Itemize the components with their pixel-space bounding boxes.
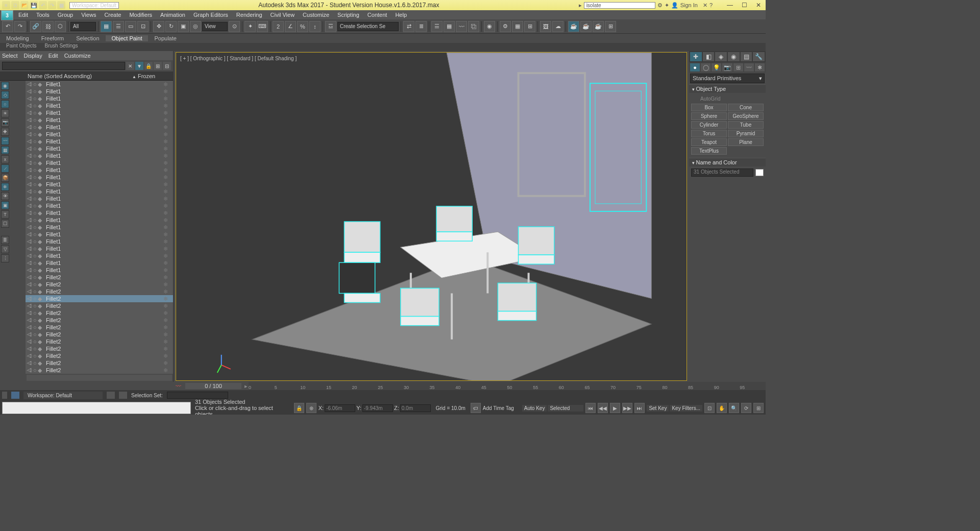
- spinner-snap-button[interactable]: ↕: [309, 21, 321, 32]
- freeze-icon[interactable]: ○: [33, 253, 37, 259]
- freeze-icon[interactable]: ○: [33, 310, 37, 317]
- freeze-icon[interactable]: ○: [33, 203, 37, 209]
- minimize-button[interactable]: —: [725, 2, 735, 9]
- keyfilters-button[interactable]: Key Filters...: [670, 405, 702, 412]
- subscription-icon[interactable]: ✦: [665, 2, 669, 9]
- primitive-cone[interactable]: Cone: [728, 104, 764, 111]
- visibility-icon[interactable]: ⏿: [27, 231, 32, 238]
- filter-bone-icon[interactable]: ⟋: [1, 164, 9, 173]
- ribbon-panel-paint-objects[interactable]: Paint Objects: [2, 43, 40, 51]
- frozen-icon[interactable]: ❄: [158, 160, 173, 166]
- helpers-cat-icon[interactable]: ⊞: [733, 63, 743, 71]
- window-crossing-button[interactable]: ⊡: [137, 21, 149, 32]
- menu-create[interactable]: Create: [100, 12, 125, 18]
- visibility-icon[interactable]: ⏿: [27, 131, 32, 138]
- frozen-icon[interactable]: ❄: [158, 181, 173, 188]
- a360-button[interactable]: ☁: [552, 21, 564, 32]
- scale-button[interactable]: ▣: [178, 21, 189, 32]
- object-name-input[interactable]: 31 Objects Selected: [691, 168, 753, 177]
- open-icon[interactable]: 📂: [20, 1, 29, 9]
- filter-text-icon[interactable]: T: [1, 210, 9, 219]
- filter-cameras-icon[interactable]: 📷: [1, 118, 9, 127]
- visibility-icon[interactable]: ⏿: [27, 303, 32, 309]
- explorer-lock-icon[interactable]: 🔒: [144, 62, 153, 70]
- freeze-icon[interactable]: ○: [33, 160, 37, 166]
- goto-start-icon[interactable]: ⏮: [585, 403, 596, 413]
- list-item[interactable]: ⏿ ○ ◆Fillet1❄: [26, 224, 173, 231]
- filter-hidden-icon[interactable]: 👁: [1, 192, 9, 200]
- freeze-icon[interactable]: ○: [33, 224, 37, 231]
- visibility-icon[interactable]: ⏿: [27, 146, 32, 152]
- freeze-icon[interactable]: ○: [33, 324, 37, 331]
- rotate-button[interactable]: ↻: [165, 21, 177, 32]
- freeze-icon[interactable]: ○: [33, 153, 37, 159]
- trackbar-prompt-icon[interactable]: [11, 392, 19, 399]
- play-icon[interactable]: ▶: [610, 403, 620, 413]
- selection-set-field[interactable]: [167, 392, 228, 399]
- search-input[interactable]: isolate: [584, 2, 655, 9]
- frozen-icon[interactable]: ❄: [158, 88, 173, 95]
- list-item[interactable]: ⏿ ○ ◆Fillet2❄: [26, 324, 173, 331]
- create-subcategory-dropdown[interactable]: Standard Primitives▾: [690, 74, 765, 83]
- app-menu-icon[interactable]: ≡: [2, 1, 10, 9]
- menu-graph-editors[interactable]: Graph Editors: [189, 12, 232, 18]
- render-iterative-button[interactable]: 🖼: [540, 21, 551, 32]
- list-item[interactable]: ⏿ ○ ◆Fillet2❄: [26, 288, 173, 295]
- frozen-icon[interactable]: ❄: [158, 110, 173, 116]
- frozen-icon[interactable]: ❄: [158, 253, 173, 259]
- viewport-label[interactable]: [ + ] [ Orthographic ] [ Standard ] [ De…: [180, 56, 297, 61]
- visibility-icon[interactable]: ⏿: [27, 339, 32, 345]
- visibility-icon[interactable]: ⏿: [27, 210, 32, 216]
- shapes-cat-icon[interactable]: ◯: [701, 63, 710, 71]
- abs-rel-icon[interactable]: ⊕: [306, 403, 316, 413]
- frozen-icon[interactable]: ❄: [158, 296, 173, 302]
- placement-button[interactable]: ◎: [190, 21, 201, 32]
- list-item[interactable]: ⏿ ○ ◆Fillet1❄: [26, 109, 173, 116]
- frozen-icon[interactable]: ❄: [158, 174, 173, 181]
- explorer-clear-icon[interactable]: ✕: [126, 62, 134, 70]
- frozen-icon[interactable]: ❄: [158, 367, 173, 374]
- explorer-menu-select[interactable]: Select: [2, 53, 18, 59]
- signin-link[interactable]: Sign In: [680, 2, 698, 8]
- visibility-icon[interactable]: ⏿: [27, 331, 32, 338]
- filter-selset-icon[interactable]: ≣: [1, 236, 9, 244]
- primitive-geosphere[interactable]: GeoSphere: [728, 112, 764, 120]
- freeze-icon[interactable]: ○: [33, 138, 37, 145]
- list-item[interactable]: ⏿ ○ ◆Fillet1❄: [26, 202, 173, 209]
- frozen-icon[interactable]: ❄: [158, 231, 173, 238]
- menu-views[interactable]: Views: [77, 12, 100, 18]
- snap-angle-button[interactable]: ∠: [285, 21, 296, 32]
- material-editor-button[interactable]: ◉: [484, 21, 495, 32]
- name-color-rollout-header[interactable]: Name and Color: [689, 158, 766, 166]
- autokey-button[interactable]: Auto Key: [522, 405, 547, 412]
- list-item[interactable]: ⏿ ○ ◆Fillet1❄: [26, 166, 173, 174]
- explorer-filter-icon[interactable]: ▼: [135, 62, 143, 70]
- freeze-icon[interactable]: ○: [33, 131, 37, 138]
- frozen-icon[interactable]: ❄: [158, 317, 173, 324]
- modify-tab-icon[interactable]: ◧: [703, 52, 715, 61]
- menu-customize[interactable]: Customize: [299, 12, 333, 18]
- keyboard-button[interactable]: ⌨: [257, 21, 268, 32]
- visibility-icon[interactable]: ⏿: [27, 260, 32, 267]
- freeze-icon[interactable]: ○: [33, 339, 37, 345]
- filter-shapes-icon[interactable]: ○: [1, 100, 9, 108]
- layer-explorer-button[interactable]: ☰: [431, 21, 443, 32]
- setkey-button[interactable]: Set Key: [647, 405, 669, 412]
- filter-lights-icon[interactable]: ☀: [1, 109, 9, 117]
- frozen-icon[interactable]: ❄: [158, 124, 173, 131]
- exchange-icon[interactable]: ✕: [703, 2, 707, 9]
- list-item[interactable]: ⏿ ○ ◆Fillet1❄: [26, 81, 173, 88]
- frozen-icon[interactable]: ❄: [158, 203, 173, 209]
- list-item[interactable]: ⏿ ○ ◆Fillet1❄: [26, 174, 173, 181]
- maxscript-listener[interactable]: [2, 402, 191, 414]
- freeze-icon[interactable]: ○: [33, 146, 37, 152]
- list-item[interactable]: ⏿ ○ ◆Fillet1❄: [26, 138, 173, 145]
- visibility-icon[interactable]: ⏿: [27, 95, 32, 102]
- freeze-icon[interactable]: ○: [33, 88, 37, 95]
- sel-set-edit-button[interactable]: ☲: [325, 21, 336, 32]
- freeze-icon[interactable]: ○: [33, 117, 37, 124]
- list-item[interactable]: ⏿ ○ ◆Fillet2❄: [26, 302, 173, 309]
- trackbar-keys-icon[interactable]: [107, 392, 115, 399]
- freeze-icon[interactable]: ○: [33, 260, 37, 267]
- filter-container-icon[interactable]: 📦: [1, 174, 9, 182]
